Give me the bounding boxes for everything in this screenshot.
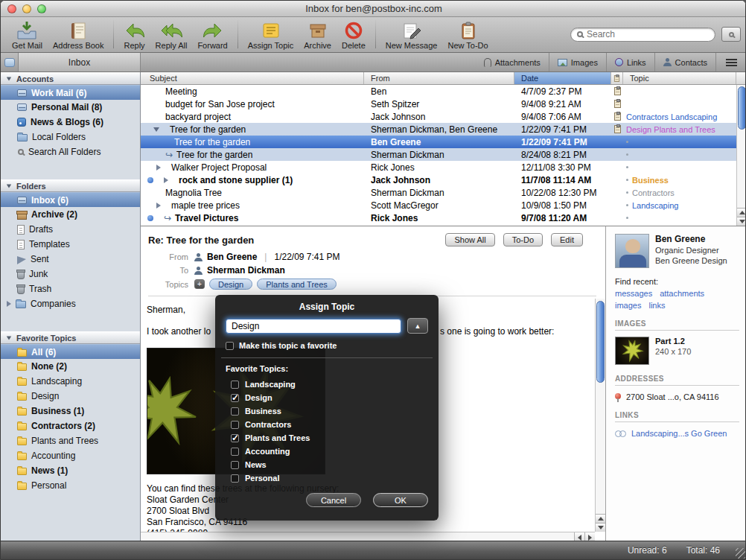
- topic-label[interactable]: Design Plants and Trees: [626, 125, 715, 134]
- assign-topic-button[interactable]: Assign Topic: [243, 19, 299, 51]
- edit-button[interactable]: Edit: [551, 233, 583, 246]
- topic-label[interactable]: Landscaping: [632, 201, 678, 210]
- image-thumbnail[interactable]: [615, 337, 649, 365]
- sidebar-item-topic-none[interactable]: None (2): [1, 359, 140, 374]
- sidebar-item-work-mail[interactable]: Work Mail (6): [1, 85, 140, 100]
- topic-checkbox[interactable]: [231, 407, 239, 416]
- sidebar-item-topic-landscaping[interactable]: Landscaping: [1, 374, 140, 389]
- message-pane-toggle-button[interactable]: [715, 53, 746, 71]
- resize-grip[interactable]: [736, 548, 746, 559]
- topic-checkbox[interactable]: [231, 421, 239, 429]
- find-links-link[interactable]: links: [648, 301, 665, 310]
- topic-checkbox[interactable]: [231, 474, 239, 483]
- new-todo-button[interactable]: New To-Do: [442, 19, 493, 51]
- find-attachments-link[interactable]: attachments: [660, 289, 704, 298]
- column-header-date[interactable]: Date: [514, 72, 611, 84]
- sidebar-item-topic-design[interactable]: Design: [1, 389, 140, 404]
- sidebar-item-local-folders[interactable]: Local Folders: [1, 130, 140, 144]
- scroll-down-button[interactable]: [737, 217, 746, 226]
- images-filter-button[interactable]: Images: [549, 53, 606, 71]
- pane-toggle-button[interactable]: [1, 53, 19, 71]
- forward-button[interactable]: Forward: [192, 19, 232, 51]
- favorite-topic-row[interactable]: Contractors: [231, 418, 428, 431]
- topic-label[interactable]: Business: [632, 176, 669, 185]
- sidebar-item-topic-plants-and-trees[interactable]: Plants and Trees: [1, 433, 140, 448]
- message-row[interactable]: backyard project Jack Johnson 9/4/08 7:0…: [141, 110, 746, 123]
- sidebar-item-topic-all[interactable]: All (6): [1, 344, 140, 359]
- search-input[interactable]: [587, 29, 709, 39]
- todo-icon[interactable]: [614, 100, 621, 108]
- message-row[interactable]: Meeting Ben 4/7/09 2:37 PM: [141, 85, 746, 98]
- favorite-topics-section-header[interactable]: Favorite Topics: [1, 331, 140, 344]
- todo-button[interactable]: To-Do: [503, 233, 543, 246]
- thread-expand-icon[interactable]: [156, 203, 161, 209]
- address-book-button[interactable]: Address Book: [48, 19, 109, 51]
- preview-scrollbar[interactable]: [595, 299, 605, 532]
- reply-all-button[interactable]: Reply All: [150, 19, 193, 51]
- scrollbar-thumb[interactable]: [738, 86, 746, 130]
- get-mail-button[interactable]: Get Mail: [7, 19, 48, 51]
- column-header-topic[interactable]: Topic: [623, 72, 736, 84]
- message-row-unread[interactable]: Travel Pictures Rick Jones 9/7/08 11:20 …: [141, 211, 746, 224]
- message-list-scrollbar[interactable]: [736, 85, 746, 226]
- sidebar-item-news-blogs[interactable]: News & Blogs (6): [1, 115, 140, 130]
- delete-button[interactable]: Delete: [337, 19, 371, 51]
- accounts-section-header[interactable]: Accounts: [1, 72, 140, 85]
- message-row[interactable]: maple tree prices Scott MacGregor 10/9/0…: [141, 199, 746, 211]
- find-images-link[interactable]: images: [615, 301, 641, 310]
- topic-pill-design[interactable]: Design: [209, 279, 252, 290]
- todo-icon[interactable]: [614, 87, 621, 95]
- thread-expand-icon[interactable]: [164, 177, 168, 183]
- topic-dropdown-button[interactable]: [407, 318, 428, 334]
- message-row[interactable]: Magnolia Tree Sherman Dickman 10/22/08 1…: [141, 186, 746, 199]
- sidebar-item-topic-accounting[interactable]: Accounting: [1, 448, 140, 463]
- topic-checkbox[interactable]: [231, 394, 239, 402]
- topic-checkbox[interactable]: [231, 381, 239, 389]
- message-row[interactable]: budget for San Jose project Seth Spitzer…: [141, 98, 746, 110]
- sidebar-item-topic-personal[interactable]: Personal: [1, 478, 140, 493]
- links-filter-button[interactable]: Links: [606, 53, 654, 71]
- favorite-topic-row[interactable]: News: [231, 458, 428, 471]
- recent-link[interactable]: Landscaping...s Go Green: [631, 429, 727, 438]
- attachments-filter-button[interactable]: Attachments: [476, 53, 549, 71]
- thread-collapse-icon[interactable]: [153, 127, 159, 132]
- column-header-from[interactable]: From: [364, 72, 514, 84]
- todo-icon[interactable]: [614, 112, 621, 121]
- tab-inbox[interactable]: Inbox: [19, 53, 141, 71]
- sidebar-item-personal-mail[interactable]: Personal Mail (8): [1, 100, 140, 115]
- contacts-filter-button[interactable]: Contacts: [654, 53, 715, 71]
- find-messages-link[interactable]: messages: [615, 289, 652, 298]
- sidebar-item-topic-contractors[interactable]: Contractors (2): [1, 419, 140, 433]
- sidebar-item-topic-news[interactable]: News (1): [1, 463, 140, 478]
- sidebar-item-trash[interactable]: Trash: [1, 281, 140, 296]
- scroll-up-button[interactable]: [596, 514, 606, 523]
- contact-avatar[interactable]: [615, 234, 649, 268]
- sidebar-item-archive[interactable]: Archive (2): [1, 207, 140, 222]
- sidebar-item-topic-business[interactable]: Business (1): [1, 404, 140, 419]
- favorite-topic-row[interactable]: Business: [231, 404, 428, 418]
- cancel-button[interactable]: Cancel: [306, 493, 361, 507]
- ok-button[interactable]: OK: [373, 493, 428, 507]
- topic-checkbox[interactable]: [231, 461, 239, 469]
- favorite-topic-row[interactable]: Landscaping: [231, 378, 428, 391]
- sidebar-item-search-all-folders[interactable]: Search All Folders: [1, 144, 140, 159]
- column-header-todo[interactable]: [611, 72, 623, 84]
- sidebar-item-templates[interactable]: Templates: [1, 237, 140, 252]
- sender-name[interactable]: Ben Greene: [207, 252, 257, 262]
- sidebar-item-sent[interactable]: Sent: [1, 252, 140, 267]
- thread-expand-icon[interactable]: [156, 165, 161, 171]
- topic-name-input[interactable]: [226, 319, 401, 334]
- topic-checkbox[interactable]: [231, 448, 239, 456]
- sidebar-item-junk[interactable]: Junk: [1, 267, 140, 281]
- new-message-button[interactable]: New Message: [380, 19, 443, 51]
- topic-checkbox[interactable]: [231, 434, 239, 442]
- todo-icon[interactable]: [614, 125, 621, 133]
- favorite-topic-row[interactable]: Accounting: [231, 445, 428, 458]
- favorite-topic-row[interactable]: Design: [231, 391, 428, 404]
- contact-address[interactable]: 2700 Sloat ...o, CA 94116: [626, 392, 719, 401]
- disclosure-triangle-icon[interactable]: [7, 301, 11, 307]
- scroll-up-button[interactable]: [737, 208, 746, 217]
- sidebar-item-drafts[interactable]: Drafts: [1, 222, 140, 237]
- favorite-checkbox[interactable]: [226, 342, 234, 350]
- message-row-unread[interactable]: rock and stone supplier (1) Jack Johnson…: [141, 174, 746, 186]
